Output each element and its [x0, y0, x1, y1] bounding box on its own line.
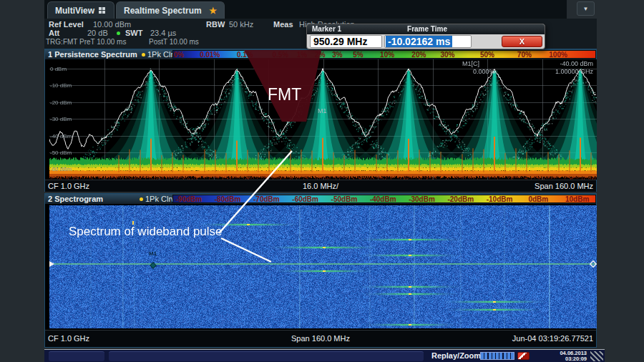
status-dot-icon: [117, 31, 120, 35]
analyzer-screen: MultiView Realtime Spectrum ★ ▼ Ref Leve…: [0, 0, 644, 362]
y-axis-label: -30 dBm: [50, 116, 72, 122]
scale-tick: 10%: [380, 51, 394, 59]
dialog-close-button[interactable]: X: [502, 36, 542, 47]
y-axis-label: -10 dBm: [50, 82, 72, 89]
ref-level-value[interactable]: 10.00 dBm: [93, 20, 131, 29]
rbw-label[interactable]: RBW: [206, 20, 225, 29]
y-axis-label: -20 dBm: [50, 99, 72, 106]
center-frequency[interactable]: CF 1.0 GHz: [48, 180, 89, 192]
persistence-spectrum-window: 1 Persistence Spectrum 1Pk Clrw 0% 0.01%…: [44, 49, 597, 192]
scale-tick: 1%: [297, 51, 307, 59]
span-value[interactable]: Span 160.0 MHz: [291, 331, 350, 347]
y-axis-label: -40 dBm: [50, 133, 72, 140]
trigger-info[interactable]: TRG:FMT PreT 10.00 ms: [46, 38, 126, 46]
scale-tick: 10dBm: [565, 195, 589, 203]
marker-readout-freq: 1.00000 GHz: [555, 68, 593, 75]
replay-progress-bar: [480, 352, 514, 360]
record-status-icon[interactable]: [517, 352, 530, 360]
scale-tick: -20dBm: [447, 195, 474, 203]
window2-titlebar[interactable]: 2 Spectrogram 1Pk Clrw -90dBm -80dBm -70…: [45, 194, 596, 204]
scale-tick: -90dBm: [175, 195, 202, 203]
window1-titlebar[interactable]: 1 Persistence Spectrum 1Pk Clrw 0% 0.01%…: [45, 49, 596, 59]
scale-tick: -50dBm: [331, 195, 358, 203]
y-axis-label: -60 dBm: [50, 166, 72, 172]
frame-time-label: Frame Time: [407, 24, 447, 34]
spectrogram-plot[interactable]: [49, 205, 597, 328]
frame-time-selected-text: -10.02162 ms: [386, 36, 452, 47]
ref-level-label[interactable]: Ref Level: [49, 20, 84, 29]
marker-dialog-body: 950.29 MHz -10.02162 ms X: [307, 34, 545, 49]
marker-readout-name: M1[C]: [462, 60, 479, 67]
window2-title: 2 Spectrogram: [48, 195, 103, 203]
scale-tick: -30dBm: [409, 195, 435, 203]
y-axis-label: -50 dBm: [50, 150, 72, 156]
taskbar-button-1[interactable]: [49, 351, 104, 361]
trace-active-dot-icon: [140, 197, 143, 201]
att-value[interactable]: 20 dB: [87, 29, 108, 37]
trace-active-dot-icon: [142, 53, 145, 57]
persistence-color-scale: 0% 0.01% 0.1% 0.5% 1% 2% 3% 5% 10% 20% 3…: [172, 50, 596, 59]
scale-tick: 100%: [549, 51, 567, 59]
tab-bar: MultiView Realtime Spectrum ★: [44, 0, 567, 19]
marker-readout-percent: 0.000%: [473, 68, 495, 75]
scale-tick: 2%: [315, 51, 325, 59]
replay-zoom-label[interactable]: Replay/Zoom: [431, 351, 481, 360]
tab-realtime-spectrum[interactable]: Realtime Spectrum ★: [116, 1, 225, 19]
scale-tick: 30%: [440, 51, 454, 59]
marker-dialog-title: Marker 1: [312, 24, 341, 34]
scale-tick: 0.1%: [237, 51, 253, 59]
window2-footer: CF 1.0 GHz Span 160.0 MHz Jun-04 03:19:2…: [45, 330, 596, 347]
window1-title: 1 Persistence Spectrum: [48, 50, 137, 59]
scale-tick: 0dBm: [528, 195, 548, 203]
att-label[interactable]: Att: [49, 29, 59, 37]
post-trigger-info[interactable]: PostT 10.00 ms: [149, 38, 199, 46]
persistence-plot[interactable]: [49, 59, 597, 180]
tab-list-dropdown-button[interactable]: ▼: [577, 1, 595, 16]
swt-label[interactable]: SWT: [125, 29, 142, 37]
marker-dialog: Marker 1 Frame Time 950.29 MHz -10.02162…: [306, 24, 545, 49]
marker-frequency-input[interactable]: 950.29 MHz: [310, 35, 382, 48]
marker-m1-flag[interactable]: M1: [318, 107, 327, 114]
favorite-star-icon: ★: [209, 6, 217, 16]
scale-tick: 0.5%: [272, 51, 288, 59]
scale-tick: 3%: [332, 51, 342, 59]
scale-tick: -10dBm: [487, 195, 513, 203]
rbw-value[interactable]: 50 kHz: [229, 20, 253, 29]
tab-multiview[interactable]: MultiView: [47, 1, 114, 19]
y-axis-label: 0 dBm: [50, 66, 67, 72]
swt-value[interactable]: 23.4 µs: [150, 29, 176, 37]
scale-tick: 50%: [480, 51, 494, 59]
resize-grip-icon[interactable]: [590, 351, 603, 361]
span-value[interactable]: Span 160.0 MHz: [535, 180, 593, 192]
window1-footer: CF 1.0 GHz 16.0 MHz/ Span 160.0 MHz: [45, 180, 596, 192]
scale-tick: 0%: [173, 51, 183, 59]
tab-multiview-label: MultiView: [55, 6, 94, 16]
chevron-down-icon: ▼: [583, 6, 589, 12]
scale-tick: -80dBm: [215, 195, 241, 203]
wideband-pulse-annotation: Spectrum of wideband pulse: [69, 225, 223, 239]
tab-realtime-label: Realtime Spectrum: [124, 6, 202, 16]
taskbar-button-2[interactable]: [109, 351, 424, 361]
frame-time-input[interactable]: -10.02162 ms: [384, 35, 472, 48]
scale-per-division[interactable]: 16.0 MHz/: [303, 180, 338, 192]
spectrogram-color-scale: -90dBm -80dBm -70dBm -60dBm -50dBm -40dB…: [172, 195, 596, 203]
scale-tick: 5%: [353, 51, 363, 59]
marker-readout-level: -40.00 dBm: [560, 60, 593, 67]
scale-tick: 0.01%: [200, 51, 220, 59]
status-taskbar: Replay/Zoom 04.06.2013 03:20:09: [44, 349, 605, 362]
time-value: 03:20:09: [537, 356, 587, 362]
date-time-display: 04.06.2013 03:20:09: [537, 351, 587, 362]
scale-tick: -40dBm: [370, 195, 396, 203]
spectrogram-window: 2 Spectrogram 1Pk Clrw -90dBm -80dBm -70…: [44, 193, 597, 348]
marker-dialog-header[interactable]: Marker 1 Frame Time: [307, 24, 545, 34]
center-frequency[interactable]: CF 1.0 GHz: [48, 331, 89, 347]
frame-timestamp: Jun-04 03:19:26.77521: [512, 331, 593, 347]
meas-label[interactable]: Meas: [273, 20, 293, 29]
scale-tick: -60dBm: [292, 195, 318, 203]
scale-tick: 70%: [517, 51, 532, 59]
scale-tick: -70dBm: [253, 195, 280, 203]
multiview-grid-icon: [99, 7, 105, 14]
scale-tick: 20%: [411, 51, 426, 59]
